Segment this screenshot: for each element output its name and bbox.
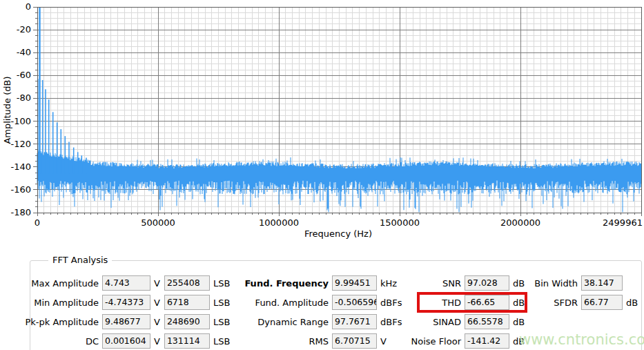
dc-value-lsb[interactable]: 131114 bbox=[164, 333, 210, 349]
min-amplitude-value-v[interactable]: -4.74373 bbox=[102, 295, 150, 310]
x-tick-label: 0 bbox=[35, 217, 40, 228]
x-tick-label: 2000000 bbox=[500, 217, 540, 228]
noise-floor-label: Noise Floor bbox=[373, 336, 461, 347]
dc-label: DC bbox=[14, 336, 99, 347]
y-tick-label: -80 bbox=[4, 93, 31, 104]
thd-label: THD bbox=[373, 298, 461, 308]
groupbox-title: FFT Analysis bbox=[48, 255, 112, 265]
x-tick-label: 2499961 bbox=[603, 217, 643, 228]
sinad-label: SINAD bbox=[373, 317, 461, 327]
field-rms: RMS 6.70715 V bbox=[221, 333, 387, 349]
field-dc: DC 0.001604 V 131114 LSB bbox=[14, 333, 230, 349]
field-sinad: SINAD 66.5578 dB bbox=[373, 313, 525, 330]
fund-frequency-value[interactable]: 9.99451 bbox=[332, 275, 377, 291]
y-tick-label: -60 bbox=[4, 70, 31, 81]
dc-value-v[interactable]: 0.001604 bbox=[102, 333, 150, 349]
fund-amplitude-label: Fund. Amplitude bbox=[221, 298, 329, 308]
y-tick-label: -140 bbox=[4, 162, 31, 173]
field-bin-width: Bin Width 38.147 bbox=[500, 275, 626, 291]
y-tick-label: -40 bbox=[4, 47, 31, 58]
dynamic-range-label: Dynamic Range bbox=[221, 317, 329, 327]
x-tick-label: 1500000 bbox=[380, 217, 420, 228]
sinad-value[interactable]: 66.5578 bbox=[465, 314, 509, 329]
min-amplitude-value-lsb[interactable]: 6718 bbox=[164, 295, 210, 310]
max-amplitude-label: Max Amplitude bbox=[14, 278, 99, 289]
x-axis-title: Frequency (Hz) bbox=[277, 229, 399, 239]
rms-label: RMS bbox=[221, 336, 329, 347]
field-min-amplitude: Min Amplitude -4.74373 V 6718 LSB bbox=[14, 294, 230, 311]
rms-value[interactable]: 6.70715 bbox=[332, 333, 377, 349]
sfdr-label: SFDR bbox=[500, 298, 578, 308]
y-tick-label: -180 bbox=[4, 207, 31, 218]
noise-floor-value[interactable]: -141.42 bbox=[465, 333, 509, 349]
field-max-amplitude: Max Amplitude 4.743 V 255408 LSB bbox=[14, 275, 230, 291]
fft-spectrum-chart: Amplitude (dB) Frequency (Hz) 0 -20 -40 … bbox=[0, 0, 644, 243]
fund-frequency-label: Fund. Frequency bbox=[221, 278, 329, 289]
snr-label: SNR bbox=[373, 278, 461, 289]
x-tick-label: 500000 bbox=[141, 217, 175, 228]
field-fund-frequency: Fund. Frequency 9.99451 kHz bbox=[221, 275, 397, 291]
field-noise-floor: Noise Floor -141.42 dB bbox=[373, 333, 525, 349]
spectrum-plot-area bbox=[0, 0, 644, 243]
sfdr-value[interactable]: 66.77 bbox=[581, 295, 623, 310]
max-amplitude-value-v[interactable]: 4.743 bbox=[102, 275, 150, 291]
sfdr-unit: dB bbox=[626, 298, 638, 308]
max-amplitude-value-lsb[interactable]: 255408 bbox=[164, 275, 210, 291]
pkpk-amplitude-label: Pk-pk Amplitude bbox=[14, 317, 99, 327]
y-tick-label: -160 bbox=[4, 184, 31, 195]
fft-analysis-screen: Amplitude (dB) Frequency (Hz) 0 -20 -40 … bbox=[0, 0, 644, 350]
x-tick-label: 1000000 bbox=[259, 217, 299, 228]
y-tick-label: -20 bbox=[4, 24, 31, 35]
y-tick-label: -100 bbox=[4, 116, 31, 127]
pkpk-amplitude-value-v[interactable]: 9.48677 bbox=[102, 314, 150, 329]
y-tick-label: 0 bbox=[4, 1, 31, 12]
dc-unit-v: V bbox=[154, 336, 160, 347]
y-tick-label: -120 bbox=[4, 139, 31, 150]
fund-amplitude-value[interactable]: -0.506596 bbox=[332, 295, 377, 310]
noise-floor-unit: dB bbox=[513, 336, 525, 347]
field-pkpk-amplitude: Pk-pk Amplitude 9.48677 V 248690 LSB bbox=[14, 313, 230, 330]
pkpk-amplitude-unit-v: V bbox=[154, 317, 160, 327]
y-axis-title: Amplitude (dB) bbox=[2, 75, 12, 146]
dynamic-range-value[interactable]: 97.7671 bbox=[332, 314, 377, 329]
field-sfdr: SFDR 66.77 dB bbox=[500, 294, 638, 311]
bin-width-value[interactable]: 38.147 bbox=[581, 275, 623, 291]
max-amplitude-unit-v: V bbox=[154, 278, 160, 289]
sinad-unit: dB bbox=[513, 317, 525, 327]
pkpk-amplitude-value-lsb[interactable]: 248690 bbox=[164, 314, 210, 329]
min-amplitude-label: Min Amplitude bbox=[14, 298, 99, 308]
min-amplitude-unit-v: V bbox=[154, 298, 160, 308]
bin-width-label: Bin Width bbox=[500, 278, 578, 289]
